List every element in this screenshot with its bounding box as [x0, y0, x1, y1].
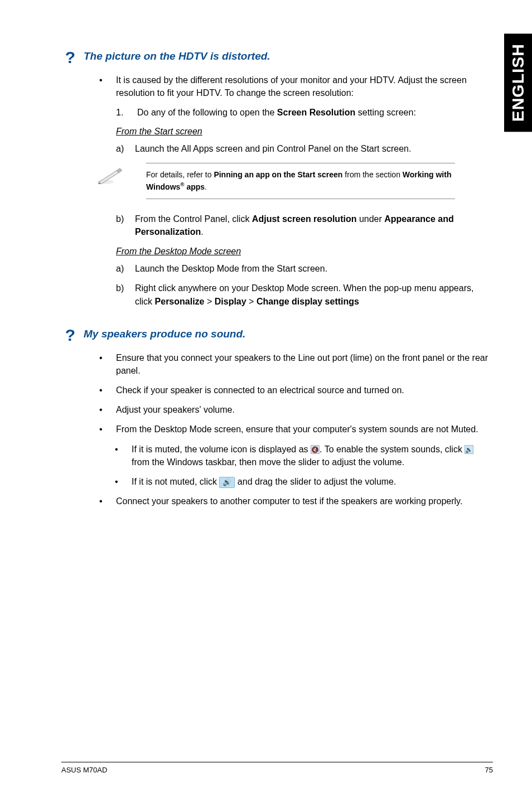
- bullet-icon: •: [96, 74, 116, 99]
- list-alpha: a): [116, 142, 135, 155]
- bullet-icon: •: [96, 351, 116, 377]
- bullet-icon: •: [115, 443, 132, 468]
- section-subheading: From the Desktop Mode screen: [116, 245, 493, 258]
- bullet-icon: •: [96, 495, 116, 508]
- faq-text: From the Control Panel, click Adjust scr…: [135, 212, 493, 238]
- list-alpha: b): [116, 212, 135, 238]
- faq-text: Do any of the following to open the Scre…: [137, 106, 493, 119]
- volume-muted-icon: 🔇: [311, 445, 320, 454]
- bullet-icon: •: [115, 475, 132, 488]
- volume-icon: 🔊: [219, 477, 235, 488]
- question-mark-icon: ?: [61, 327, 79, 344]
- faq-text: Launch the All Apps screen and pin Contr…: [135, 142, 493, 155]
- faq-text: Right click anywhere on your Desktop Mod…: [135, 282, 493, 307]
- bullet-icon: •: [96, 403, 116, 416]
- list-alpha: a): [116, 262, 135, 275]
- faq-text: Ensure that you connect your speakers to…: [116, 351, 493, 377]
- page-content: ? The picture on the HDTV is distorted. …: [0, 0, 532, 508]
- question-mark-icon: ?: [61, 49, 79, 66]
- list-number: 1.: [116, 106, 137, 119]
- faq-text: If it is not muted, click 🔊 and drag the…: [132, 475, 493, 488]
- footer-model: ASUS M70AD: [61, 766, 107, 774]
- note-text: For details, refer to Pinning an app on …: [146, 163, 455, 199]
- faq-text: Adjust your speakers' volume.: [116, 403, 493, 416]
- faq-text: If it is muted, the volume icon is displ…: [132, 443, 493, 468]
- section-subheading: From the Start screen: [116, 125, 493, 138]
- faq-text: From the Desktop Mode screen, ensure tha…: [116, 423, 493, 436]
- faq-text: Check if your speaker is connected to an…: [116, 384, 493, 397]
- bullet-icon: •: [96, 384, 116, 397]
- faq-text: Launch the Desktop Mode from the Start s…: [135, 262, 493, 275]
- bullet-icon: •: [96, 423, 116, 436]
- list-alpha: b): [116, 282, 135, 307]
- volume-low-icon: 🔈: [465, 445, 473, 454]
- faq-text: It is caused by the different resolution…: [116, 74, 493, 99]
- faq-block-hdtv: ? The picture on the HDTV is distorted. …: [61, 50, 493, 308]
- language-tab: ENGLISH: [504, 33, 532, 132]
- faq-title: My speakers produce no sound.: [84, 328, 245, 340]
- faq-title: The picture on the HDTV is distorted.: [84, 50, 270, 62]
- page-footer: ASUS M70AD 75: [61, 762, 493, 774]
- note-pen-icon: [96, 163, 146, 187]
- footer-page-number: 75: [485, 766, 493, 774]
- faq-text: Connect your speakers to another compute…: [116, 495, 493, 508]
- faq-block-speakers: ? My speakers produce no sound. • Ensure…: [61, 328, 493, 508]
